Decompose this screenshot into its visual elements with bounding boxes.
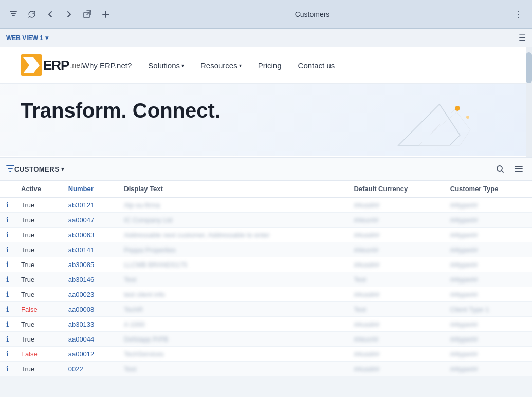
resources-chevron-icon: ▾ bbox=[239, 63, 242, 68]
row-number[interactable]: ab30121 bbox=[62, 197, 118, 213]
row-customer-type: ##type## bbox=[444, 213, 532, 228]
row-info-icon[interactable]: ℹ bbox=[0, 302, 15, 317]
row-customer-type: ##type## bbox=[444, 317, 532, 332]
solutions-chevron-icon: ▾ bbox=[181, 63, 184, 68]
row-currency: Test bbox=[347, 272, 444, 287]
back-button[interactable] bbox=[43, 7, 58, 22]
row-info-icon[interactable]: ℹ bbox=[0, 228, 15, 242]
row-customer-type: ##type## bbox=[444, 272, 532, 287]
website-scrollbar[interactable] bbox=[526, 47, 532, 158]
customers-section-title[interactable]: CUSTOMERS ▾ bbox=[14, 165, 65, 173]
row-customer-type: ##type## bbox=[444, 228, 532, 242]
table-row: ℹ True aa00023 test client info ##usd## … bbox=[0, 287, 532, 302]
row-active: True bbox=[15, 213, 62, 228]
row-currency: ##usd## bbox=[347, 257, 444, 272]
row-number[interactable]: ab30063 bbox=[62, 228, 118, 242]
row-currency: ##usd## bbox=[347, 347, 444, 362]
row-active: True bbox=[15, 197, 62, 213]
row-display-text: A 1000 bbox=[118, 317, 347, 332]
site-nav: ERP.net Why ERP.net? Solutions ▾ Resourc… bbox=[0, 47, 532, 84]
row-active: True bbox=[15, 257, 62, 272]
row-number[interactable]: ab30141 bbox=[62, 242, 118, 257]
table-row: ℹ True aa00044 Defstapp PrPB ##eur## ##t… bbox=[0, 332, 532, 347]
row-display-text: Alp-su-firma bbox=[118, 197, 347, 213]
webview-menu-icon[interactable]: ☰ bbox=[519, 33, 526, 43]
erp-logo[interactable]: ERP.net bbox=[21, 54, 82, 76]
row-number[interactable]: ab30133 bbox=[62, 317, 118, 332]
row-info-icon[interactable]: ℹ bbox=[0, 272, 15, 287]
row-active: True bbox=[15, 242, 62, 257]
forward-button[interactable] bbox=[62, 7, 76, 22]
nav-resources[interactable]: Resources ▾ bbox=[200, 61, 242, 70]
row-number[interactable]: aa00047 bbox=[62, 213, 118, 228]
col-header-customer-type: Customer Type bbox=[444, 181, 532, 197]
row-info-icon[interactable]: ℹ bbox=[0, 287, 15, 302]
row-active: True bbox=[15, 287, 62, 302]
customers-section-header: CUSTOMERS ▾ bbox=[0, 158, 532, 181]
row-currency: ##eur## bbox=[347, 332, 444, 347]
row-currency: ##eur## bbox=[347, 242, 444, 257]
customers-area: CUSTOMERS ▾ Active Number D bbox=[0, 158, 532, 376]
refresh-button[interactable] bbox=[25, 7, 39, 22]
row-currency: ##usd## bbox=[347, 228, 444, 242]
logo-erp-text: ERP bbox=[43, 58, 69, 73]
nav-pricing[interactable]: Pricing bbox=[258, 61, 282, 70]
search-button[interactable] bbox=[493, 162, 507, 176]
logo-net-text: .net bbox=[70, 61, 82, 69]
row-info-icon[interactable]: ℹ bbox=[0, 317, 15, 332]
row-customer-type: ##type## bbox=[444, 347, 532, 362]
row-active: True bbox=[15, 332, 62, 347]
browser-menu-button[interactable]: ⋮ bbox=[511, 7, 526, 22]
table-row: ℹ True 0022 Test ##usd## ##type## bbox=[0, 362, 532, 376]
row-info-icon[interactable]: ℹ bbox=[0, 257, 15, 272]
add-tab-button[interactable] bbox=[99, 7, 113, 22]
svg-marker-6 bbox=[398, 104, 460, 145]
row-customer-type: Client Type 1 bbox=[444, 302, 532, 317]
nav-why-erp[interactable]: Why ERP.net? bbox=[82, 61, 132, 70]
row-currency: ##eur## bbox=[347, 213, 444, 228]
row-number[interactable]: aa00044 bbox=[62, 332, 118, 347]
row-number[interactable]: aa00012 bbox=[62, 347, 118, 362]
table-menu-button[interactable] bbox=[511, 162, 526, 176]
table-row: ℹ True ab30085 LLCMB BRANDS175 ##usd## #… bbox=[0, 257, 532, 272]
table-filter-icon[interactable] bbox=[6, 164, 14, 174]
table-row: ℹ True aa00047 IC Company Ltd ##eur## ##… bbox=[0, 213, 532, 228]
row-number[interactable]: ab30146 bbox=[62, 272, 118, 287]
col-header-active: Active bbox=[15, 181, 62, 197]
nav-contact[interactable]: Contact us bbox=[298, 61, 335, 70]
filter-icon-btn[interactable] bbox=[6, 7, 21, 22]
row-info-icon[interactable]: ℹ bbox=[0, 347, 15, 362]
browser-toolbar: Customers ⋮ bbox=[0, 0, 532, 29]
row-active: True bbox=[15, 317, 62, 332]
col-header-display-text: Display Text bbox=[118, 181, 347, 197]
nav-solutions[interactable]: Solutions ▾ bbox=[148, 61, 184, 70]
row-display-text: IC Company Ltd bbox=[118, 213, 347, 228]
row-info-icon[interactable]: ℹ bbox=[0, 242, 15, 257]
webview-label[interactable]: WEB VIEW 1 ▾ bbox=[6, 34, 48, 42]
svg-rect-1 bbox=[11, 13, 16, 14]
customers-chevron-icon: ▾ bbox=[61, 166, 65, 173]
svg-rect-2 bbox=[12, 15, 15, 16]
customers-header-actions bbox=[493, 162, 526, 176]
row-number[interactable]: aa00008 bbox=[62, 302, 118, 317]
row-info-icon[interactable]: ℹ bbox=[0, 213, 15, 228]
row-number[interactable]: 0022 bbox=[62, 362, 118, 376]
row-currency: ##usd## bbox=[347, 197, 444, 213]
row-display-text: Defstapp PrPB bbox=[118, 332, 347, 347]
row-active: False bbox=[15, 302, 62, 317]
table-row: ℹ True ab30063 Addressable next customer… bbox=[0, 228, 532, 242]
row-number[interactable]: aa00023 bbox=[62, 287, 118, 302]
row-info-icon[interactable]: ℹ bbox=[0, 362, 15, 376]
external-link-button[interactable] bbox=[80, 7, 95, 22]
scrollbar-thumb[interactable] bbox=[526, 52, 532, 83]
col-header-number[interactable]: Number bbox=[62, 181, 118, 197]
row-number[interactable]: ab30085 bbox=[62, 257, 118, 272]
customers-table: Active Number Display Text Default Curre… bbox=[0, 181, 532, 376]
row-active: True bbox=[15, 228, 62, 242]
svg-line-10 bbox=[429, 109, 460, 135]
row-info-icon[interactable]: ℹ bbox=[0, 197, 15, 213]
browser-tab-title: Customers bbox=[117, 10, 507, 18]
row-info-icon[interactable]: ℹ bbox=[0, 332, 15, 347]
row-active: True bbox=[15, 272, 62, 287]
table-row: ℹ True ab30133 A 1000 ##usd## ##type## bbox=[0, 317, 532, 332]
